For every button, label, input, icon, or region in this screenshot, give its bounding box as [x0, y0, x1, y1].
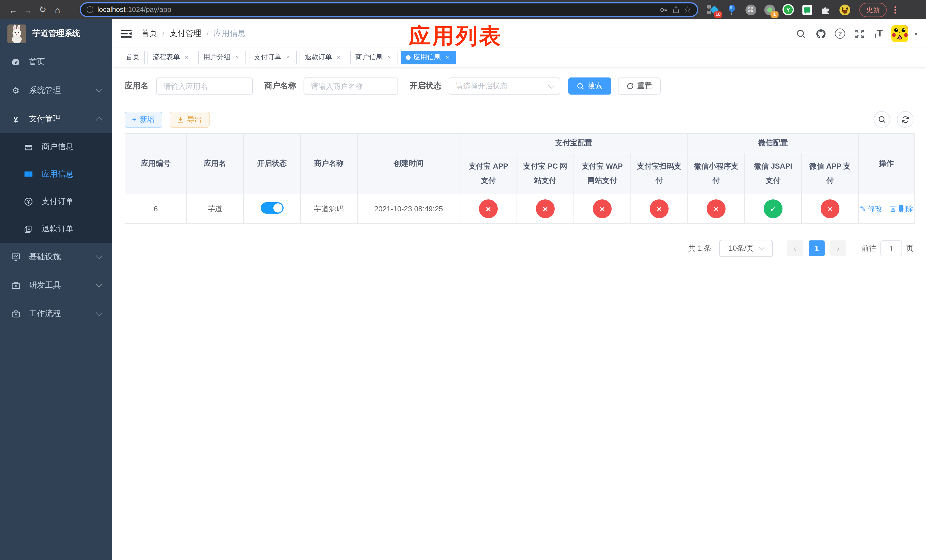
sidebar-item-home[interactable]: 首页 [0, 48, 112, 76]
sidebar-item-refund-order[interactable]: 退款订单 [0, 215, 112, 243]
payment-submenu: 商户信息 应用信息 支付订单 [0, 133, 112, 243]
monitor-icon [11, 252, 21, 262]
pin-extension-icon[interactable]: 10 [707, 4, 719, 15]
tags-view-bar: 首页 流程表单 × 用户分组 × 支付订单 × 退款订单 × [112, 48, 926, 67]
search-icon[interactable] [795, 28, 806, 39]
close-icon[interactable]: × [284, 53, 292, 61]
export-button[interactable]: 导出 [169, 111, 209, 127]
sidebar-item-pay-order[interactable]: 支付订单 [0, 188, 112, 215]
yudao-extension-icon[interactable]: Y [782, 4, 794, 15]
balloon-extension-icon[interactable] [726, 4, 737, 15]
tag-label: 支付订单 [254, 52, 281, 62]
user-avatar[interactable] [891, 25, 908, 42]
search-button[interactable]: 搜索 [568, 77, 611, 95]
proxy-extension-icon[interactable]: 1 [764, 4, 775, 15]
site-info-icon[interactable]: ⓘ [86, 5, 94, 15]
app-logo[interactable]: 芋道管理系统 [0, 20, 112, 48]
edit-link[interactable]: ✎ 修改 [859, 204, 882, 214]
goto-page-input[interactable] [881, 241, 902, 256]
tag-label: 用户分组 [203, 52, 231, 62]
channel-status-icon: × [707, 200, 726, 218]
status-toggle[interactable] [260, 202, 283, 213]
fullscreen-icon[interactable] [854, 28, 865, 39]
tag-process-form[interactable]: 流程表单 × [147, 50, 195, 64]
share-icon[interactable] [672, 5, 680, 14]
tag-home[interactable]: 首页 [121, 50, 145, 64]
tag-refund-order[interactable]: 退款订单 × [300, 50, 347, 64]
browser-home-icon[interactable]: ⌂ [50, 2, 65, 17]
avatar-caret-icon[interactable]: ▾ [915, 30, 917, 37]
prev-page-button[interactable]: ‹ [787, 241, 803, 256]
page-size-select[interactable]: 10条/页 [719, 240, 773, 257]
add-button[interactable]: + 新增 [125, 111, 162, 127]
logo-avatar [8, 24, 26, 43]
address-bar[interactable]: ⓘ localhost:1024/pay/app ☆ [80, 2, 698, 17]
cell-merchant: 芋道源码 [300, 194, 357, 224]
sidebar-item-system[interactable]: ⚙ 系统管理 [0, 76, 112, 105]
grid-icon [23, 170, 33, 179]
sidebar-item-dev-tools[interactable]: 研发工具 [0, 271, 112, 300]
browser-update-button[interactable]: 更新 [859, 3, 887, 17]
chat-extension-icon[interactable] [801, 4, 813, 15]
help-icon[interactable]: ? [835, 29, 845, 39]
command-extension-icon[interactable]: ⌘ [745, 4, 756, 15]
emoji-extension-icon[interactable] [839, 4, 850, 15]
channel-status-icon: × [536, 200, 555, 218]
close-icon[interactable]: × [233, 53, 241, 61]
sidebar-item-label: 支付管理 [29, 114, 61, 124]
browser-menu-icon[interactable]: ••• [891, 5, 899, 14]
collapse-sidebar-icon[interactable] [121, 28, 132, 39]
app-name-input[interactable] [156, 77, 253, 95]
password-key-icon[interactable] [659, 5, 668, 14]
col-status: 开启状态 [244, 133, 300, 194]
sidebar-item-merchant-info[interactable]: 商户信息 [0, 133, 112, 160]
tag-pay-order[interactable]: 支付订单 × [249, 50, 297, 64]
bookmark-star-icon[interactable]: ☆ [684, 5, 691, 15]
tag-merchant-info[interactable]: 商户信息 × [350, 50, 398, 64]
close-icon[interactable]: × [183, 53, 190, 61]
page-number-1[interactable]: 1 [809, 241, 825, 256]
browser-forward-icon[interactable]: → [21, 2, 35, 17]
breadcrumb-home[interactable]: 首页 [141, 29, 157, 39]
tag-user-group[interactable]: 用户分组 × [198, 50, 246, 64]
table-row: 6 芋道 芋道源码 2021-10-23 08:49:25 × × × × × … [125, 194, 914, 224]
puzzle-extension-icon[interactable] [820, 4, 831, 15]
browser-back-icon[interactable]: ← [6, 2, 21, 17]
close-icon[interactable]: × [386, 53, 393, 61]
chevron-down-icon [96, 253, 103, 259]
channel-status-icon: × [593, 200, 612, 218]
font-size-icon[interactable]: TT [874, 29, 883, 39]
reset-button[interactable]: 重置 [618, 77, 661, 95]
close-icon[interactable]: × [443, 53, 451, 61]
col-app-id: 应用编号 [125, 133, 186, 194]
channel-status-icon: × [650, 200, 669, 218]
sidebar-item-label: 工作流程 [29, 309, 61, 319]
delete-link[interactable]: 删除 [890, 204, 913, 214]
sidebar-item-workflow[interactable]: 工作流程 [0, 300, 112, 328]
cell-created: 2021-10-23 08:49:25 [357, 194, 460, 224]
extensions-area: 10 ⌘ 1 Y [707, 4, 850, 15]
status-select[interactable]: 请选择开启状态 [449, 77, 560, 95]
sidebar-item-label: 基础设施 [29, 252, 61, 262]
store-icon [23, 142, 33, 151]
sidebar-item-app-info[interactable]: 应用信息 [0, 160, 112, 188]
app-title: 芋道管理系统 [32, 29, 80, 39]
breadcrumb-payment[interactable]: 支付管理 [169, 29, 201, 39]
edit-pen-icon: ✎ [859, 204, 866, 213]
github-icon[interactable] [815, 28, 826, 39]
toggle-search-button[interactable] [874, 111, 890, 128]
close-icon[interactable]: × [335, 53, 342, 61]
refresh-button[interactable] [897, 111, 914, 128]
browser-reload-icon[interactable]: ↻ [35, 2, 50, 17]
yen-circle-icon [23, 197, 33, 206]
channel-status-icon: × [479, 200, 498, 218]
col-wx-mini: 微信小程序支付 [688, 153, 744, 194]
app-table: 应用编号 应用名 开启状态 商户名称 创建时间 支付宝配置 微信配置 操作 支付… [125, 133, 915, 224]
next-page-button[interactable]: › [830, 241, 846, 256]
breadcrumb-separator: / [206, 29, 209, 38]
sidebar-item-payment[interactable]: ¥ 支付管理 [0, 105, 112, 133]
sidebar-item-label: 系统管理 [29, 85, 61, 96]
sidebar-item-infrastructure[interactable]: 基础设施 [0, 243, 112, 271]
merchant-name-input[interactable] [304, 77, 398, 95]
tag-app-info[interactable]: 应用信息 × [401, 50, 456, 64]
